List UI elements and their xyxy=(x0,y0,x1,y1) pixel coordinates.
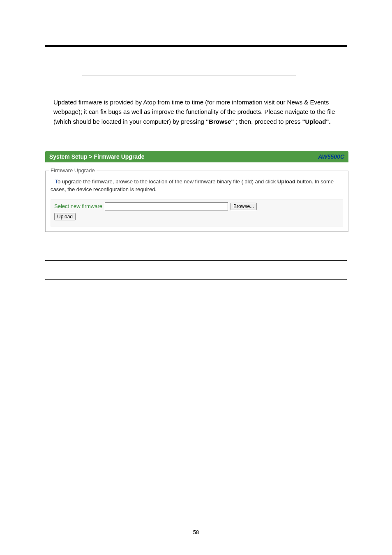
page-number: 58 xyxy=(0,529,392,535)
body-paragraph: Updated firmware is provided by Atop fro… xyxy=(53,97,349,126)
para-text-b: ; then, proceed to press xyxy=(236,118,302,125)
firmware-panel: System Setup > Firmware Upgrade AW5500C … xyxy=(45,151,348,232)
panel-title: System Setup > Firmware Upgrade xyxy=(49,153,144,160)
browse-button[interactable]: Browse... xyxy=(231,203,257,210)
upload-bold: "Upload". xyxy=(302,118,330,125)
upload-row: Upload xyxy=(54,213,339,220)
browse-bold: "Browse" xyxy=(206,118,234,125)
select-firmware-label: Select new firmware xyxy=(54,203,102,209)
top-rule xyxy=(45,45,347,47)
upload-button[interactable]: Upload xyxy=(54,213,76,220)
fieldset-legend: Firmware Upgrade xyxy=(49,167,97,173)
select-row: Select new firmware Browse... xyxy=(54,202,339,210)
firmware-file-input[interactable] xyxy=(105,202,228,210)
fieldset-instruction: To upgrade the firmware, browse to the l… xyxy=(51,178,343,194)
panel-model: AW5500C xyxy=(318,153,344,160)
double-rule xyxy=(45,260,347,280)
firmware-fieldset: Firmware Upgrade To upgrade the firmware… xyxy=(45,171,348,232)
controls-area: Select new firmware Browse... Upload xyxy=(51,199,343,227)
section-underline xyxy=(82,76,296,76)
instr-text-a: o upgrade the firmware, browse to the lo… xyxy=(58,178,277,185)
panel-header: System Setup > Firmware Upgrade AW5500C xyxy=(45,151,348,162)
instr-upload-bold: Upload xyxy=(277,178,295,185)
